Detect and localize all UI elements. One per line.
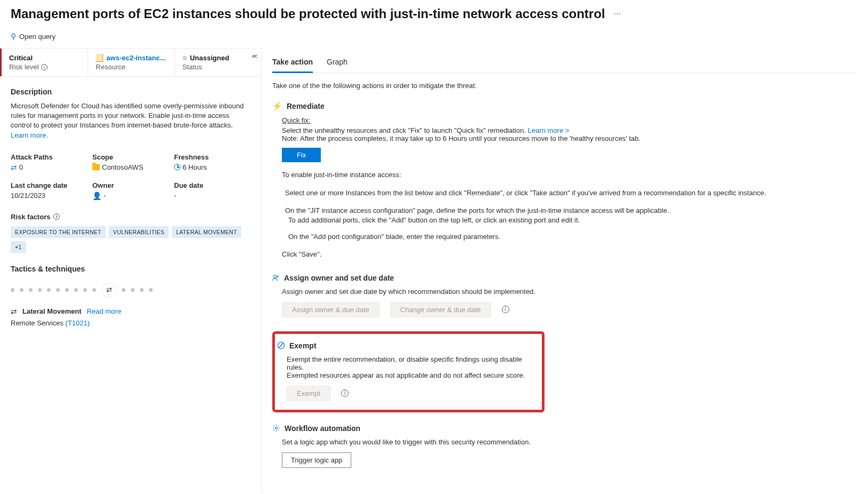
tabs: Take action Graph [272, 53, 857, 73]
attack-paths-value: 0 [19, 163, 23, 171]
trigger-logic-app-button[interactable]: Trigger logic app [282, 452, 351, 468]
chain-active-icon[interactable]: ⇄ [101, 283, 116, 298]
exempt-highlight-box: Exempt Exempt the entire recommendation,… [272, 331, 545, 412]
remote-services-link[interactable]: (T1021) [66, 319, 90, 327]
chain-dot [11, 288, 14, 292]
remediate-enable: To enable just-in-time instance access: [282, 170, 857, 180]
scope-block: Scope ContosoAWS [92, 153, 169, 172]
quick-fix-label: Quick fix: [282, 116, 857, 124]
status-label: Status [183, 63, 254, 71]
last-change-value: 10/21/2023 [11, 192, 87, 200]
assign-owner-title: Assign owner and set due date [284, 274, 394, 282]
freshness-block: Freshness 6 Hours [174, 153, 250, 172]
due-date-value: - [174, 192, 250, 200]
remediate-title: Remediate [287, 102, 325, 110]
last-change-block: Last change date 10/21/2023 [11, 181, 87, 200]
attack-paths-block: Attack Paths ⇄ 0 [11, 153, 87, 172]
owner-block: Owner 👤 - [92, 181, 169, 200]
prohibit-icon [277, 341, 285, 349]
person-plus-icon [272, 274, 280, 282]
lateral-movement-label: Lateral Movement [22, 307, 82, 315]
chain-dot [38, 288, 42, 292]
chain-dot [122, 288, 125, 292]
workflow-desc: Set a logic app which you would like to … [282, 438, 857, 446]
exempt-button[interactable]: Exempt [287, 386, 330, 401]
risk-level-cell: Critical Risk level i [0, 49, 88, 76]
tactics-chain: ⇄ [11, 283, 250, 298]
info-icon[interactable]: i [502, 306, 509, 313]
fix-button[interactable]: Fix [282, 148, 321, 162]
open-query-label: Open query [19, 33, 56, 41]
change-owner-button[interactable]: Change owner & due date [390, 302, 491, 317]
remote-services-label: Remote Services [11, 319, 66, 327]
status-cell: Unassigned Status [175, 49, 261, 76]
risk-factors-label: Risk factors [11, 213, 50, 221]
exempt-title: Exempt [289, 341, 317, 350]
remediate-line1: Select the unhealthy resources and click… [282, 126, 528, 134]
description-heading: Description [11, 87, 250, 96]
remediate-step4: Click "Save". [282, 249, 857, 260]
resource-icon [96, 54, 103, 62]
scope-label: Scope [92, 153, 169, 161]
owner-value: - [104, 192, 106, 200]
tab-take-action[interactable]: Take action [272, 53, 313, 73]
risk-tag-more[interactable]: +1 [11, 241, 26, 253]
risk-tag[interactable]: LATERAL MOVEMENT [172, 226, 241, 238]
last-change-label: Last change date [11, 181, 87, 189]
assign-owner-block: Assign owner and set due date Assign own… [272, 274, 857, 317]
remediate-line2: Note: After the process completes, it ma… [282, 134, 857, 142]
status-value: Unassigned [190, 54, 230, 62]
resource-label: Resource [96, 63, 167, 71]
assign-owner-desc: Assign owner and set due date by which r… [282, 288, 857, 296]
query-icon: ⚲ [11, 32, 16, 41]
page-title: Management ports of EC2 instances should… [11, 6, 605, 21]
scope-value: ContosoAWS [102, 163, 144, 171]
resource-link[interactable]: aws-ec2-instanc... [106, 54, 165, 62]
remediate-step2b: To add additional ports, click the "Add"… [288, 216, 857, 224]
lateral-movement-icon: ⇄ [11, 307, 17, 316]
risk-tag[interactable]: EXPOSURE TO THE INTERNET [11, 226, 106, 238]
risk-tag[interactable]: VULNERABILITIES [109, 226, 169, 238]
chain-dot [74, 288, 78, 292]
info-icon[interactable]: i [41, 64, 48, 70]
remediate-learn-more-link[interactable]: Learn more > [528, 126, 570, 134]
chain-dot [149, 288, 153, 292]
exempt-desc1: Exempt the entire recommendation, or dis… [287, 355, 534, 371]
risk-level-value: Critical [9, 54, 80, 62]
collapse-panel-icon[interactable]: ≪ [251, 53, 258, 60]
freshness-value: 6 Hours [183, 163, 207, 171]
folder-icon [92, 164, 100, 170]
more-actions-icon[interactable]: ··· [614, 9, 621, 19]
clock-icon [174, 164, 180, 170]
risk-level-label: Risk level [9, 63, 39, 71]
tab-graph[interactable]: Graph [327, 53, 348, 73]
risk-factor-tags: EXPOSURE TO THE INTERNET VULNERABILITIES… [11, 226, 250, 253]
resource-cell: aws-ec2-instanc... Resource [88, 49, 175, 76]
due-date-label: Due date [174, 181, 250, 189]
owner-label: Owner [92, 181, 169, 189]
workflow-block: Workflow automation Set a logic app whic… [272, 424, 857, 468]
chain-dot [47, 288, 51, 292]
summary-row: Critical Risk level i aws-ec2-instanc...… [0, 48, 261, 77]
tactics-heading: Tactics & techniques [11, 265, 250, 273]
chain-dot [65, 288, 69, 292]
open-query-link[interactable]: ⚲ Open query [11, 32, 56, 41]
assign-owner-button[interactable]: Assign owner & due date [282, 302, 380, 317]
read-more-link[interactable]: Read more [87, 307, 121, 315]
workflow-title: Workflow automation [285, 424, 360, 433]
gear-icon [272, 424, 280, 432]
status-dot-icon [183, 56, 187, 60]
exempt-desc2: Exempted resources appear as not applica… [287, 371, 534, 379]
person-icon: 👤 [92, 192, 101, 200]
remediate-step2a: On the "JIT instance access configuratio… [285, 205, 857, 216]
lightning-icon: ⚡ [272, 101, 282, 111]
chain-dot [56, 288, 60, 292]
remediate-block: ⚡ Remediate Quick fix: Select the unheal… [272, 101, 857, 260]
info-icon[interactable]: i [53, 213, 60, 220]
chain-dot [29, 288, 33, 292]
chain-dot [92, 288, 96, 292]
svg-point-3 [275, 427, 277, 429]
description-learn-more-link[interactable]: Learn more. [11, 131, 48, 139]
info-icon[interactable]: i [341, 389, 349, 397]
svg-point-0 [274, 275, 277, 277]
